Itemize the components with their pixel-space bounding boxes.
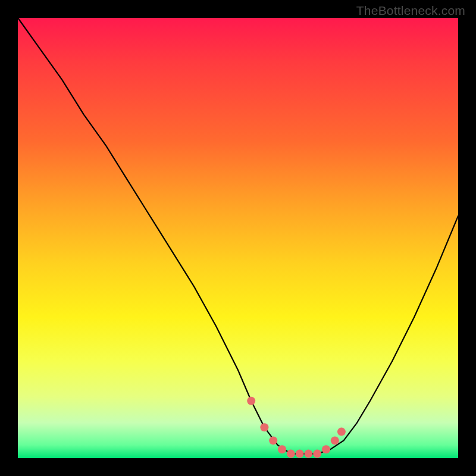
chart-svg: [18, 18, 458, 458]
curve-path: [18, 18, 458, 454]
highlight-dot: [304, 450, 312, 458]
highlight-dot: [278, 445, 286, 453]
highlight-dot: [260, 423, 268, 431]
curve-line: [18, 18, 458, 454]
highlight-dot: [337, 428, 346, 436]
highlight-dot: [313, 450, 321, 458]
highlight-dot: [287, 450, 295, 458]
chart-frame: TheBottleneck.com: [0, 0, 476, 476]
watermark-text: TheBottleneck.com: [356, 4, 465, 18]
plot-area: [18, 18, 458, 458]
highlight-dot: [331, 436, 339, 444]
highlight-dot: [296, 450, 304, 458]
highlight-dot: [322, 445, 330, 453]
highlight-dot: [247, 397, 255, 405]
highlight-dot: [269, 436, 277, 444]
